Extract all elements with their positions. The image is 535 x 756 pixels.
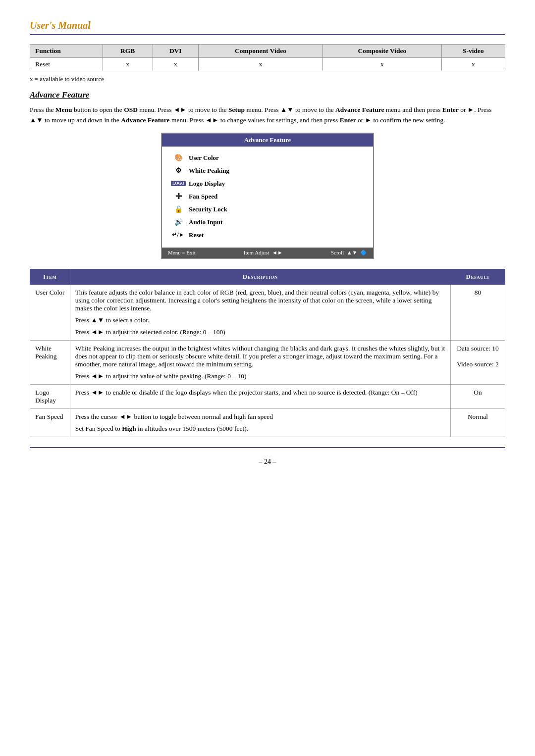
audio-input-icon: 🔊 (172, 217, 185, 227)
osd-item-fanspeed: ✛ Fan Speed (172, 190, 363, 203)
col-dvi: DVI (153, 45, 198, 58)
table-row: Fan Speed Press the cursor ◄► button to … (30, 408, 505, 437)
fan-speed-icon: ✛ (172, 192, 185, 202)
osd-item-usercolor: 🎨 User Color (172, 151, 363, 164)
table-row: Reset x x x x x (30, 58, 505, 71)
osd-item-label-logodisplay: Logo Display (189, 180, 225, 188)
security-lock-icon: 🔒 (172, 204, 185, 214)
white-peaking-icon: ⚙ (172, 166, 185, 176)
desc-logo-display: Press ◄► to enable or disable if the log… (70, 384, 450, 408)
osd-footer-adjust: Item Adjust ◄► (244, 250, 283, 255)
desc-fan-speed: Press the cursor ◄► button to toggle bet… (70, 408, 450, 437)
osd-title: Advance Feature (162, 134, 373, 147)
default-white-peaking: Data source: 10Video source: 2 (451, 340, 505, 384)
col-header-description: Description (70, 269, 450, 284)
cell-dvi: x (153, 58, 198, 71)
section-heading-advance: Advance Feature (30, 90, 505, 100)
description-table: Item Description Default User Color This… (30, 269, 505, 437)
table-row: LogoDisplay Press ◄► to enable or disabl… (30, 384, 505, 408)
item-user-color: User Color (30, 284, 70, 340)
page-number: – 24 – (30, 458, 505, 466)
default-logo-display: On (451, 384, 505, 408)
osd-footer: Menu = Exit Item Adjust ◄► Scroll ▲▼ 🔷 (162, 248, 373, 258)
page-title: User's Manual (30, 20, 505, 35)
cell-function: Reset (30, 58, 103, 71)
osd-item-label-audioinput: Audio Input (189, 218, 222, 226)
cell-svideo: x (441, 58, 505, 71)
osd-body: 🎨 User Color ⚙ White Peaking LOGO Logo D… (162, 147, 373, 245)
reset-icon: ↵/► (172, 230, 185, 240)
item-white-peaking: WhitePeaking (30, 340, 70, 384)
logo-display-icon: LOGO (172, 179, 185, 189)
osd-item-securitylock: 🔒 Security Lock (172, 203, 363, 216)
col-composite: Composite Video (323, 45, 441, 58)
table-row: User Color This feature adjusts the colo… (30, 284, 505, 340)
col-header-item: Item (30, 269, 70, 284)
desc-white-peaking: White Peaking increases the output in th… (70, 340, 450, 384)
advance-feature-body: Press the Menu button to open the OSD me… (30, 105, 505, 126)
default-fan-speed: Normal (451, 408, 505, 437)
item-logo-display: LogoDisplay (30, 384, 70, 408)
desc-user-color: This feature adjusts the color balance i… (70, 284, 450, 340)
osd-item-label-usercolor: User Color (189, 154, 219, 162)
table-note: x = available to video source (30, 75, 505, 83)
function-table: Function RGB DVI Component Video Composi… (30, 44, 505, 71)
osd-item-reset: ↵/► Reset (172, 229, 363, 242)
osd-menu-box: Advance Feature 🎨 User Color ⚙ White Pea… (161, 133, 374, 259)
logo-badge: LOGO (171, 181, 186, 186)
osd-item-logodisplay: LOGO Logo Display (172, 177, 363, 190)
col-svideo: S-video (441, 45, 505, 58)
cell-rgb: x (103, 58, 153, 71)
bottom-divider (30, 447, 505, 448)
user-color-icon: 🎨 (172, 153, 185, 163)
osd-item-label-reset: Reset (189, 231, 204, 239)
item-fan-speed: Fan Speed (30, 408, 70, 437)
osd-footer-menu: Menu = Exit (168, 250, 196, 255)
cell-component: x (198, 58, 322, 71)
osd-item-label-securitylock: Security Lock (189, 205, 227, 213)
osd-item-audioinput: 🔊 Audio Input (172, 216, 363, 229)
default-user-color: 80 (451, 284, 505, 340)
col-rgb: RGB (103, 45, 153, 58)
osd-item-whitepeaking: ⚙ White Peaking (172, 164, 363, 177)
osd-footer-scroll: Scroll ▲▼ 🔷 (331, 250, 367, 256)
cell-composite: x (323, 58, 441, 71)
col-function: Function (30, 45, 103, 58)
col-header-default: Default (451, 269, 505, 284)
osd-item-label-fanspeed: Fan Speed (189, 193, 217, 201)
osd-item-label-whitepeaking: White Peaking (189, 167, 229, 175)
table-row: WhitePeaking White Peaking increases the… (30, 340, 505, 384)
col-component: Component Video (198, 45, 322, 58)
